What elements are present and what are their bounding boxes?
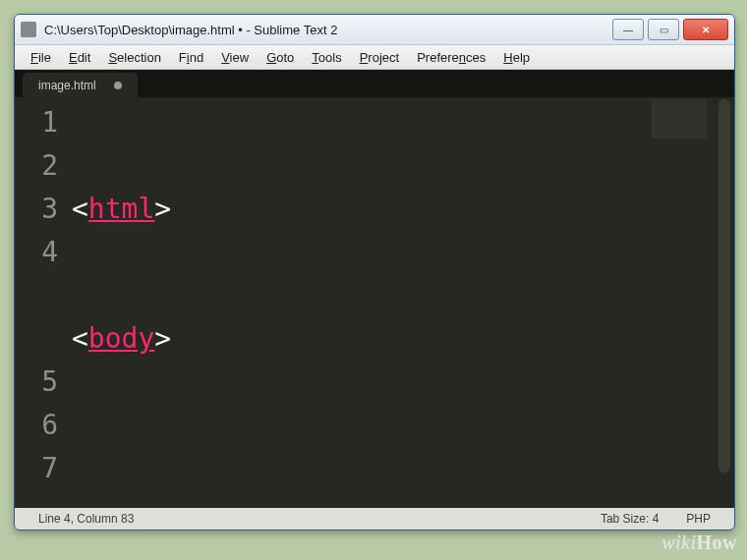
tab-image-html[interactable]: image.html xyxy=(23,73,138,97)
menu-goto[interactable]: Goto xyxy=(259,48,302,67)
vertical-scrollbar[interactable] xyxy=(718,99,730,473)
gutter: 1 2 3 4 5 6 7 xyxy=(15,97,68,508)
client-area: image.html 1 2 3 4 5 6 7 <html> <body> <… xyxy=(15,70,734,530)
menu-selection[interactable]: Selection xyxy=(100,48,168,67)
minimize-button[interactable]: — xyxy=(612,19,644,40)
line-number: 2 xyxy=(15,144,58,188)
menu-project[interactable]: Project xyxy=(352,48,407,67)
menu-view[interactable]: View xyxy=(213,48,257,67)
line-number: 6 xyxy=(15,404,58,447)
statusbar: Line 4, Column 83 Tab Size: 4 PHP xyxy=(15,508,734,530)
window-title: C:\Users\Top\Desktop\image.html • - Subl… xyxy=(44,23,612,37)
line-number: 4 xyxy=(15,231,58,361)
line-number: 7 xyxy=(15,447,58,490)
code-line[interactable] xyxy=(72,447,734,490)
maximize-button[interactable]: ▭ xyxy=(648,19,679,40)
code-line[interactable]: <body> xyxy=(72,317,734,361)
status-tabsize[interactable]: Tab Size: 4 xyxy=(587,512,672,526)
tab-label: image.html xyxy=(38,79,96,92)
menu-find[interactable]: Find xyxy=(171,48,211,67)
code-line[interactable]: <html> xyxy=(72,188,734,231)
menu-preferences[interactable]: Preferences xyxy=(409,48,493,67)
status-language[interactable]: PHP xyxy=(672,512,724,526)
code-area[interactable]: <html> <body> <img src="http://i1322. ph… xyxy=(68,97,734,508)
app-window: C:\Users\Top\Desktop\image.html • - Subl… xyxy=(14,14,735,531)
menu-help[interactable]: Help xyxy=(495,48,538,67)
line-number: 5 xyxy=(15,361,58,404)
line-number: 3 xyxy=(15,188,58,231)
tabbar: image.html xyxy=(15,70,734,97)
line-number: 1 xyxy=(15,101,58,144)
menu-file[interactable]: File xyxy=(23,48,59,67)
close-button[interactable]: ✕ xyxy=(683,19,728,40)
menu-tools[interactable]: Tools xyxy=(304,48,349,67)
watermark: wikiHow xyxy=(661,532,737,554)
minimap[interactable] xyxy=(652,99,707,139)
app-icon xyxy=(21,22,36,37)
status-position[interactable]: Line 4, Column 83 xyxy=(25,512,147,526)
titlebar[interactable]: C:\Users\Top\Desktop\image.html • - Subl… xyxy=(15,15,734,45)
menu-edit[interactable]: Edit xyxy=(61,48,98,67)
menubar: File Edit Selection Find View Goto Tools… xyxy=(15,45,734,70)
editor[interactable]: 1 2 3 4 5 6 7 <html> <body> <img src="ht… xyxy=(15,97,734,508)
dirty-indicator-icon xyxy=(114,82,122,89)
